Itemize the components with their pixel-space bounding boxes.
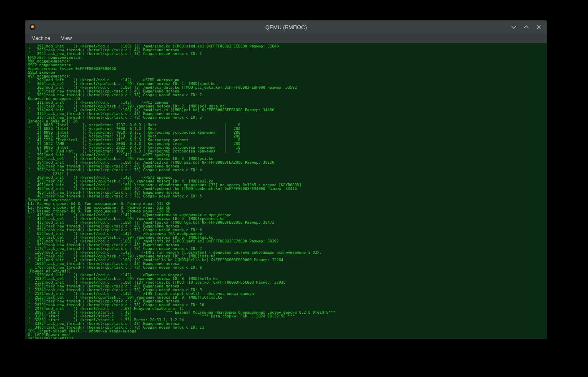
maximize-button[interactable] xyxy=(523,23,530,31)
qemu-window: QEMU (БМПОС) Machine View [ 291]mod_init… xyxy=(25,20,547,339)
menu-machine[interactable]: Machine xyxy=(30,35,52,42)
window-title: QEMU (БМПОС) xyxy=(25,24,547,30)
svg-point-1 xyxy=(32,26,33,27)
menu-view[interactable]: View xyxy=(59,35,73,42)
close-button[interactable] xyxy=(535,23,543,31)
titlebar[interactable]: QEMU (БМПОС) xyxy=(25,20,547,34)
menubar: Machine View xyxy=(25,34,547,43)
terminal-output: [ 291]mod_init () (kernel/mod.c :100) [2… xyxy=(25,43,547,339)
minimize-button[interactable] xyxy=(510,23,518,31)
qemu-icon xyxy=(29,23,36,31)
window-controls xyxy=(510,23,547,31)
